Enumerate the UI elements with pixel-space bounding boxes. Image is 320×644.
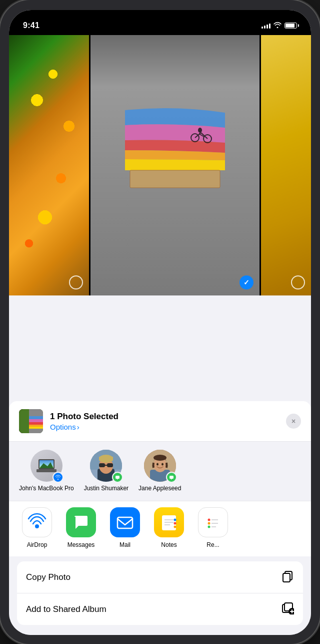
svg-point-49 bbox=[174, 522, 176, 525]
mail-icon bbox=[110, 507, 140, 537]
people-row: John's MacBook Pro bbox=[9, 442, 311, 501]
notch bbox=[125, 10, 195, 24]
photo-flowers[interactable] bbox=[9, 35, 89, 295]
svg-rect-15 bbox=[29, 419, 43, 422]
imessage-badge-justin bbox=[112, 472, 123, 483]
wifi-icon bbox=[274, 22, 282, 30]
share-options-button[interactable]: Options › bbox=[50, 423, 279, 431]
app-mail[interactable]: Mail bbox=[107, 507, 143, 548]
imessage-badge-jane bbox=[166, 472, 177, 483]
person-name-justin: Justin Shumaker bbox=[84, 485, 128, 493]
person-name-john: John's MacBook Pro bbox=[19, 485, 74, 493]
photo-selection-circle-3[interactable] bbox=[291, 275, 305, 289]
action-section: Copy Photo Add to Shared Album bbox=[17, 561, 303, 625]
app-label-airdrop: AirDrop bbox=[27, 541, 48, 548]
checkmark-icon: ✓ bbox=[244, 278, 250, 286]
notes-icon bbox=[154, 507, 184, 537]
share-thumbnail bbox=[19, 409, 43, 433]
app-notes[interactable]: Notes bbox=[151, 507, 187, 548]
phone-frame: 9:41 bbox=[0, 0, 320, 644]
copy-icon bbox=[281, 569, 294, 585]
share-sheet: 1 Photo Selected Options › × bbox=[9, 401, 311, 635]
close-icon: × bbox=[292, 417, 296, 425]
app-messages[interactable]: Messages bbox=[63, 507, 99, 548]
svg-rect-18 bbox=[29, 427, 43, 429]
share-title: 1 Photo Selected bbox=[50, 412, 279, 422]
person-avatar-john bbox=[30, 450, 62, 482]
svg-rect-43 bbox=[118, 517, 132, 528]
app-label-messages: Messages bbox=[68, 541, 95, 548]
photos-row: ✓ bbox=[9, 35, 311, 295]
svg-point-48 bbox=[174, 519, 176, 521]
person-avatar-justin bbox=[90, 450, 122, 482]
svg-point-42 bbox=[35, 524, 39, 528]
person-name-jane: Jane Appleseed bbox=[138, 485, 181, 493]
person-justin[interactable]: Justin Shumaker bbox=[84, 450, 128, 493]
airdrop-icon bbox=[22, 507, 52, 537]
photos-background: ✓ bbox=[9, 35, 311, 295]
photo-graffiti[interactable]: ✓ bbox=[90, 35, 260, 295]
add-album-icon bbox=[281, 601, 294, 617]
copy-photo-row[interactable]: Copy Photo bbox=[17, 561, 303, 593]
phone-screen: 9:41 bbox=[9, 10, 311, 635]
svg-point-38 bbox=[156, 463, 158, 466]
macbook-icon bbox=[36, 458, 56, 473]
status-icons bbox=[262, 22, 297, 30]
svg-point-8 bbox=[198, 128, 202, 133]
svg-rect-1 bbox=[130, 170, 220, 188]
app-label-mail: Mail bbox=[120, 541, 130, 548]
messages-icon bbox=[66, 507, 96, 537]
svg-rect-17 bbox=[29, 425, 43, 427]
svg-rect-16 bbox=[29, 422, 43, 425]
person-avatar-jane bbox=[144, 450, 176, 482]
svg-rect-14 bbox=[29, 416, 43, 419]
svg-rect-59 bbox=[283, 573, 290, 582]
reminders-icon bbox=[198, 507, 228, 537]
airdrop-badge bbox=[52, 472, 64, 483]
app-airdrop[interactable]: AirDrop bbox=[19, 507, 55, 548]
photo-yellow[interactable] bbox=[261, 35, 311, 295]
battery-icon bbox=[284, 23, 297, 29]
svg-rect-23 bbox=[36, 469, 56, 472]
close-button[interactable]: × bbox=[286, 414, 301, 429]
app-label-reminders: Re... bbox=[206, 541, 219, 548]
photo-selection-circle-1[interactable] bbox=[69, 275, 83, 289]
share-header: 1 Photo Selected Options › × bbox=[9, 401, 311, 442]
person-john[interactable]: John's MacBook Pro bbox=[19, 450, 74, 493]
svg-point-54 bbox=[208, 526, 210, 528]
app-label-notes: Notes bbox=[161, 541, 176, 548]
graffiti-art bbox=[120, 100, 230, 190]
photo-selection-circle-2[interactable]: ✓ bbox=[240, 275, 254, 289]
svg-point-39 bbox=[162, 463, 164, 466]
status-time: 9:41 bbox=[23, 21, 40, 30]
svg-point-52 bbox=[208, 519, 210, 521]
share-title-area: 1 Photo Selected Options › bbox=[50, 412, 279, 431]
svg-rect-12 bbox=[19, 409, 29, 433]
svg-point-40 bbox=[154, 455, 166, 461]
svg-rect-32 bbox=[99, 457, 113, 461]
person-jane[interactable]: Jane Appleseed bbox=[138, 450, 181, 493]
copy-photo-label: Copy Photo bbox=[26, 572, 70, 582]
svg-rect-28 bbox=[99, 463, 105, 467]
add-album-label: Add to Shared Album bbox=[26, 604, 106, 614]
app-row: AirDrop Messages bbox=[9, 501, 311, 556]
add-album-row[interactable]: Add to Shared Album bbox=[17, 593, 303, 625]
svg-rect-29 bbox=[107, 463, 113, 467]
svg-point-50 bbox=[174, 526, 176, 528]
app-reminders[interactable]: Re... bbox=[195, 507, 231, 548]
signal-icon bbox=[262, 23, 270, 29]
svg-point-53 bbox=[208, 522, 210, 525]
